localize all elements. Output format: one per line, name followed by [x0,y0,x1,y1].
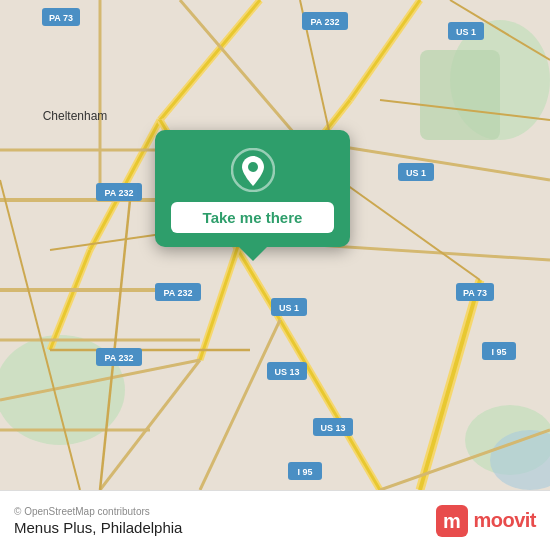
svg-point-73 [248,162,258,172]
moovit-icon: m [436,505,468,537]
svg-text:US 13: US 13 [320,423,345,433]
svg-text:PA 232: PA 232 [163,288,192,298]
svg-text:m: m [444,510,462,532]
svg-text:PA 73: PA 73 [49,13,73,23]
svg-text:US 13: US 13 [274,367,299,377]
svg-text:PA 73: PA 73 [463,288,487,298]
svg-text:PA 232: PA 232 [104,188,133,198]
location-label: Menus Plus, Philadelphia [14,519,182,536]
attribution-text: © OpenStreetMap contributors [14,506,182,517]
svg-text:US 1: US 1 [279,303,299,313]
svg-text:US 1: US 1 [406,168,426,178]
moovit-text: moovit [473,509,536,532]
popup-card: Take me there [155,130,350,247]
svg-text:PA 232: PA 232 [310,17,339,27]
take-me-there-button[interactable]: Take me there [171,202,334,233]
bottom-bar: © OpenStreetMap contributors Menus Plus,… [0,490,550,550]
location-pin-icon [231,148,275,192]
svg-rect-4 [420,50,500,140]
svg-text:PA 232: PA 232 [104,353,133,363]
svg-text:I 95: I 95 [297,467,312,477]
svg-text:I 95: I 95 [491,347,506,357]
svg-text:Cheltenham: Cheltenham [43,109,108,123]
map-container: PA 73 PA 232 US 1 US 1 US 1 PA 232 PA 23… [0,0,550,490]
svg-text:US 1: US 1 [456,27,476,37]
moovit-logo: m moovit [436,505,536,537]
bottom-left: © OpenStreetMap contributors Menus Plus,… [14,506,182,536]
